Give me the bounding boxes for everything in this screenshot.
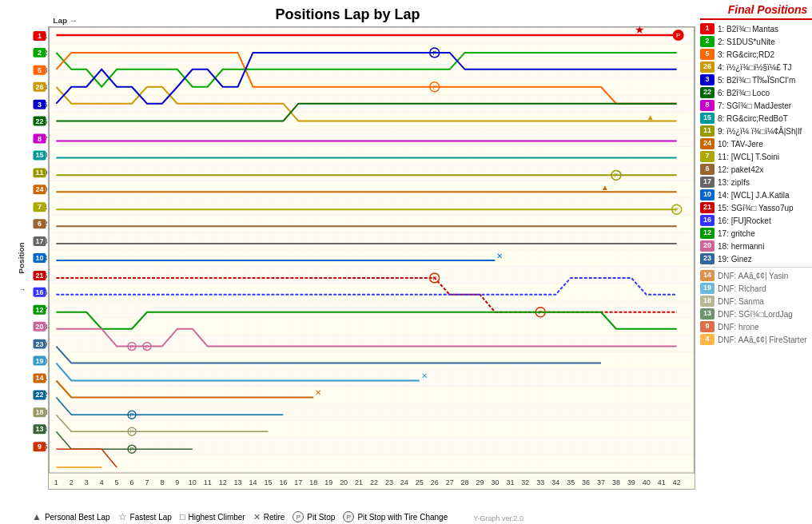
svg-text:12: 12 (219, 478, 227, 486)
svg-text:P: P (130, 429, 134, 435)
legend-personal-best: ▲ Personal Best Lap (32, 511, 110, 522)
svg-text:15: 15 (264, 478, 272, 486)
svg-text:▲: ▲ (601, 183, 609, 192)
svg-text:✕: ✕ (496, 252, 503, 260)
legend-fastest-lap: ☆ Fastest Lap (118, 511, 172, 522)
svg-text:9: 9 (175, 478, 179, 486)
svg-text:4: 4 (100, 478, 104, 486)
svg-text:6: 6 (130, 478, 134, 486)
svg-text:26: 26 (35, 83, 43, 91)
svg-text:▲: ▲ (647, 113, 655, 121)
svg-text:42: 42 (673, 478, 681, 486)
legend-pit-stop: P Pit Stop (293, 511, 335, 522)
svg-text:41: 41 (658, 478, 666, 486)
svg-text:Position: Position (17, 242, 26, 273)
svg-text:1: 1 (54, 478, 58, 486)
svg-text:36: 36 (582, 478, 590, 486)
final-positions-panel: Final Positions 🏁 1 1: B2î¾□ Mantas 2 2:… (695, 0, 812, 524)
svg-text:25: 25 (416, 478, 424, 486)
svg-text:17: 17 (35, 237, 43, 245)
legend-entry: 17 13: zipIfs (700, 177, 812, 188)
svg-text:16: 16 (35, 288, 43, 296)
svg-text:29: 29 (476, 478, 484, 486)
svg-text:P: P (615, 173, 619, 178)
legend-entry: 5 3: RG&circ;RD2 (700, 49, 812, 60)
svg-text:15: 15 (35, 151, 43, 159)
svg-text:5: 5 (38, 66, 42, 74)
legend-entry: 3 5: B2î¾□ TÏ‰ÏSnCI'm (700, 74, 812, 85)
svg-text:18: 18 (35, 408, 43, 416)
legend-entry: 22 6: B2î¾□ Loco (700, 87, 812, 98)
svg-text:P: P (432, 50, 436, 56)
svg-text:P: P (432, 276, 436, 281)
svg-text:P: P (676, 32, 680, 39)
main-container: Positions Lap by Lap (0, 0, 812, 524)
legend-dnf-entry: 4 DNF: AAâ„¢¢| FireStarter (700, 334, 812, 345)
svg-text:11: 11 (35, 169, 43, 177)
legend-entry: 8 7: SGî¾□ MadJester (700, 100, 812, 111)
retire-label: Retire (264, 513, 285, 522)
svg-text:11: 11 (204, 478, 212, 486)
svg-text:35: 35 (567, 478, 575, 486)
legend-entry: 26 4: ï½¿ï¾□ï½§ï¼£ TJ (700, 62, 812, 73)
main-chart: 1 2 3 4 5 6 7 8 9 10 11 12 13 14 15 16 1… (48, 26, 695, 490)
svg-text:38: 38 (612, 478, 620, 486)
highest-climber-label: Highest Climber (189, 513, 245, 522)
legend-entry: 21 15: SGî¾□ Yasso7up (700, 202, 812, 213)
svg-text:22: 22 (35, 117, 43, 125)
svg-text:12: 12 (35, 306, 43, 314)
svg-text:23: 23 (385, 478, 393, 486)
svg-text:39: 39 (627, 478, 635, 486)
svg-text:10: 10 (35, 254, 43, 262)
legend-pit-stop-tire: P Pit Stop with Tire Change (343, 511, 448, 522)
pit-stop-tire-label: Pit Stop with Tire Change (357, 513, 448, 522)
legend-highest-climber: □ Highest Climber (180, 512, 245, 522)
legend-dnf-entry: 9 DNF: hrone (700, 321, 812, 332)
svg-text:21: 21 (355, 478, 363, 486)
chart-legend: ▲ Personal Best Lap ☆ Fastest Lap □ High… (32, 511, 527, 522)
svg-text:20: 20 (340, 478, 348, 486)
legend-dnf-entry: 13 DNF: SGî¾□LordJag (700, 308, 812, 320)
svg-text:3: 3 (38, 101, 42, 109)
legend-entry: 23 19: Ginez (700, 253, 812, 264)
svg-text:P: P (130, 447, 134, 452)
svg-text:6: 6 (38, 220, 42, 228)
svg-text:P: P (432, 85, 436, 90)
svg-text:23: 23 (35, 340, 43, 348)
chart-title: Positions Lap by Lap (32, 6, 663, 23)
svg-text:27: 27 (446, 478, 454, 486)
svg-text:21: 21 (35, 272, 43, 280)
svg-text:P: P (130, 412, 134, 418)
svg-text:P: P (145, 344, 149, 350)
svg-text:✕: ✕ (315, 388, 321, 397)
legend-entry: 1 1: B2î¾□ Mantas (700, 23, 812, 34)
svg-text:22: 22 (35, 391, 43, 399)
svg-text:16: 16 (279, 478, 287, 486)
svg-text:7: 7 (145, 478, 149, 486)
svg-text:8: 8 (38, 135, 42, 143)
svg-text:19: 19 (35, 357, 43, 365)
svg-text:32: 32 (521, 478, 529, 486)
svg-text:37: 37 (597, 478, 605, 486)
legend-entry: 15 8: RG&circ;RedBoT (700, 113, 812, 124)
svg-rect-17 (49, 27, 694, 489)
svg-text:34: 34 (551, 478, 559, 486)
svg-text:40: 40 (643, 478, 651, 486)
version-label: Y-Graph ver.2.0 (473, 514, 523, 522)
svg-text:33: 33 (536, 478, 544, 486)
final-positions-title: Final Positions 🏁 (700, 3, 812, 20)
svg-text:★: ★ (635, 23, 645, 36)
legend-dnf-entry: 18 DNF: Sanma (700, 296, 812, 307)
legend-entry: 20 18: hermanni (700, 240, 812, 252)
svg-text:✕: ✕ (421, 371, 428, 380)
chart-area: Positions Lap by Lap (0, 0, 695, 524)
legend-entry: 6 12: paket42x (700, 164, 812, 175)
svg-text:2: 2 (38, 49, 42, 57)
svg-text:22: 22 (370, 478, 378, 486)
svg-text:26: 26 (431, 478, 439, 486)
legend-dnf-entry: 19 DNF: Richard (700, 283, 812, 294)
svg-text:13: 13 (35, 425, 43, 433)
svg-text:24: 24 (400, 478, 408, 486)
svg-text:3: 3 (85, 478, 89, 486)
svg-text:5: 5 (115, 478, 119, 486)
